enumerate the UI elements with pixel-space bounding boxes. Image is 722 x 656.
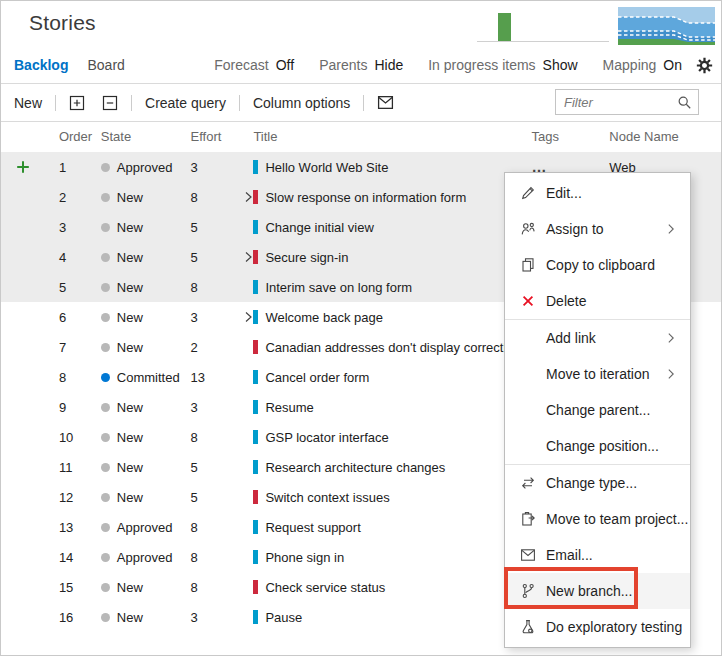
bug-type-bar — [253, 490, 258, 504]
add-item-button[interactable] — [16, 160, 30, 174]
story-type-bar — [253, 550, 258, 564]
email-icon[interactable] — [377, 95, 394, 110]
control-in-progress-items[interactable]: In progress itemsShow — [428, 57, 577, 73]
menu-item-add-link[interactable]: Add link — [505, 320, 690, 356]
delete-icon — [519, 293, 536, 310]
search-icon — [677, 95, 692, 110]
row-state: New — [97, 430, 187, 445]
row-context-menu-button[interactable]: … — [532, 162, 548, 172]
menu-item-delete[interactable]: Delete — [505, 283, 690, 319]
menu-item-copy-to-clipboard[interactable]: Copy to clipboard — [505, 247, 690, 283]
expand-chevron-icon[interactable] — [244, 311, 253, 323]
menu-icon-spacer — [519, 366, 536, 383]
work-item-title: Check service status — [265, 580, 385, 595]
state-dot — [101, 313, 110, 322]
menu-item-label: Move to team project... — [546, 511, 688, 527]
row-effort: 5 — [187, 220, 241, 235]
row-state: New — [97, 190, 187, 205]
menu-item-new-branch[interactable]: New branch... — [505, 573, 690, 609]
control-parents[interactable]: ParentsHide — [319, 57, 403, 73]
collapse-all-icon[interactable] — [102, 95, 118, 111]
state-label: New — [117, 400, 143, 415]
row-order: 16 — [45, 610, 97, 625]
row-order: 8 — [45, 370, 97, 385]
row-order: 5 — [45, 280, 97, 295]
menu-item-email[interactable]: Email... — [505, 537, 690, 573]
work-item-title: Cancel order form — [265, 370, 369, 385]
row-title-cell: Slow response on information form — [240, 190, 529, 205]
bug-type-bar — [253, 190, 258, 204]
work-item-title: Switch context issues — [265, 490, 389, 505]
menu-item-label: Change type... — [546, 475, 678, 491]
bug-type-bar — [253, 580, 258, 594]
row-state: New — [97, 220, 187, 235]
menu-item-edit[interactable]: Edit... — [505, 175, 690, 211]
menu-item-do-exploratory-testing[interactable]: Do exploratory testing — [505, 609, 690, 645]
row-order: 1 — [45, 160, 97, 175]
story-type-bar — [253, 220, 258, 234]
work-item-title: Resume — [265, 400, 313, 415]
row-order: 10 — [45, 430, 97, 445]
row-order: 14 — [45, 550, 97, 565]
row-title-cell: Interim save on long form — [240, 280, 529, 295]
column-header-state[interactable]: State — [97, 129, 187, 144]
view-tabs-bar: BacklogBoard ForecastOffParentsHideIn pr… — [1, 47, 721, 84]
menu-item-label: Delete — [546, 293, 678, 309]
row-state: New — [97, 340, 187, 355]
velocity-chart-thumbnail[interactable] — [477, 9, 609, 42]
menu-icon-spacer — [519, 438, 536, 455]
state-label: New — [117, 280, 143, 295]
state-label: Approved — [117, 520, 173, 535]
story-type-bar — [253, 430, 258, 444]
state-dot — [101, 583, 110, 592]
menu-item-change-position[interactable]: Change position... — [505, 428, 690, 464]
row-title-cell: Check service status — [240, 580, 529, 595]
state-label: New — [117, 490, 143, 505]
work-item-title: Research architecture changes — [265, 460, 445, 475]
menu-item-change-type[interactable]: Change type... — [505, 465, 690, 501]
row-effort: 8 — [187, 550, 241, 565]
row-title-cell: Welcome back page — [240, 310, 529, 325]
cumulative-flow-chart-thumbnail[interactable] — [618, 5, 715, 45]
new-button[interactable]: New — [14, 95, 42, 111]
toolbar-divider — [55, 95, 56, 111]
filter-box — [555, 89, 699, 115]
gear-icon[interactable] — [696, 57, 713, 74]
filter-input[interactable] — [556, 95, 677, 110]
menu-item-assign-to[interactable]: Assign to — [505, 211, 690, 247]
context-menu: Edit...Assign toCopy to clipboardDeleteA… — [504, 172, 691, 648]
menu-item-move-to-team-project[interactable]: Move to team project... — [505, 501, 690, 537]
column-header-tags[interactable]: Tags — [530, 129, 600, 144]
column-header-title[interactable]: Title — [240, 129, 529, 144]
control-forecast[interactable]: ForecastOff — [214, 57, 294, 73]
create-query-button[interactable]: Create query — [145, 95, 226, 111]
row-state: New — [97, 280, 187, 295]
state-label: Committed — [117, 370, 180, 385]
column-options-button[interactable]: Column options — [253, 95, 350, 111]
expand-chevron-icon[interactable] — [244, 191, 253, 203]
menu-item-change-parent[interactable]: Change parent... — [505, 392, 690, 428]
velocity-bar — [498, 13, 511, 41]
control-mapping[interactable]: MappingOn — [603, 57, 682, 73]
swap-icon — [519, 475, 536, 492]
row-effort: 8 — [187, 580, 241, 595]
column-header-order[interactable]: Order — [45, 129, 97, 144]
row-state: New — [97, 460, 187, 475]
tab-board[interactable]: Board — [87, 57, 124, 73]
column-header-node-name[interactable]: Node Name — [599, 129, 721, 144]
state-label: New — [117, 340, 143, 355]
menu-item-label: Add link — [546, 330, 664, 346]
control-value: Show — [543, 57, 578, 73]
expand-chevron-icon[interactable] — [244, 251, 253, 263]
state-label: New — [117, 310, 143, 325]
menu-item-move-to-iteration[interactable]: Move to iteration — [505, 356, 690, 392]
story-type-bar — [253, 400, 258, 414]
column-header-effort[interactable]: Effort — [187, 129, 241, 144]
envelope-icon — [519, 547, 536, 564]
work-item-title: Phone sign in — [265, 550, 344, 565]
tab-backlog[interactable]: Backlog — [14, 57, 68, 73]
row-order: 6 — [45, 310, 97, 325]
work-item-title: GSP locator interface — [265, 430, 388, 445]
expand-all-icon[interactable] — [69, 95, 85, 111]
row-order: 11 — [45, 460, 97, 475]
